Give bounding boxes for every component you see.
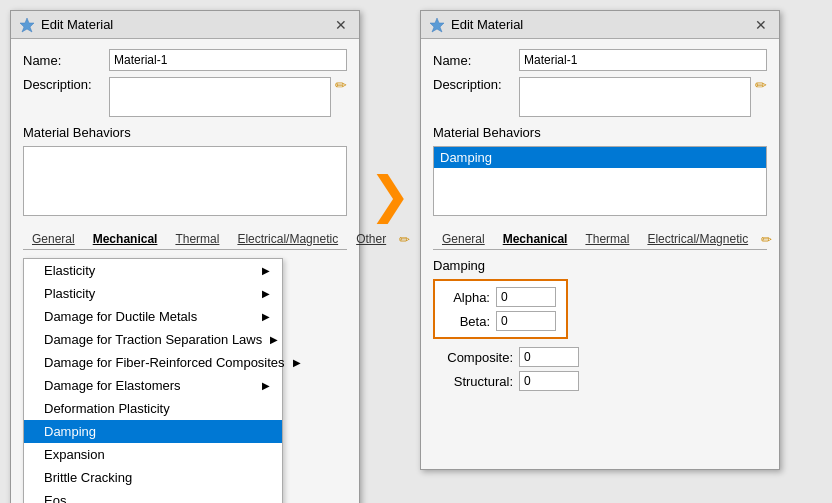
left-behaviors-label: Material Behaviors (23, 125, 347, 140)
menu-item-eos[interactable]: Eos (24, 489, 282, 503)
right-name-input[interactable] (519, 49, 767, 71)
dialog-icon (19, 17, 35, 33)
left-tab-mechanical[interactable]: Mechanical (84, 228, 167, 249)
arrow-icon-0: ▶ (262, 265, 270, 276)
right-dialog: Edit Material ✕ Name: Description: ✏ Mat… (420, 10, 780, 470)
right-behaviors-label: Material Behaviors (433, 125, 767, 140)
alpha-label: Alpha: (445, 290, 490, 305)
right-title-left: Edit Material (429, 17, 523, 33)
arrow-icon-1: ▶ (262, 288, 270, 299)
structural-input[interactable] (519, 371, 579, 391)
menu-item-deformation[interactable]: Deformation Plasticity (24, 397, 282, 420)
right-name-label: Name: (433, 53, 513, 68)
right-dialog-body: Name: Description: ✏ Material Behaviors … (421, 39, 779, 405)
menu-item-damage-traction[interactable]: Damage for Traction Separation Laws ▶ (24, 328, 282, 351)
beta-row: Beta: (445, 311, 556, 331)
right-dialog-title: Edit Material (451, 17, 523, 32)
right-tab-thermal[interactable]: Thermal (576, 228, 638, 249)
left-desc-label: Description: (23, 77, 103, 92)
left-dropdown-menu: Elasticity ▶ Plasticity ▶ Damage for Duc… (23, 258, 283, 503)
right-desc-row: Description: ✏ (433, 77, 767, 117)
menu-item-damping[interactable]: Damping (24, 420, 282, 443)
arrow-icon-4: ▶ (293, 357, 301, 368)
left-close-button[interactable]: ✕ (331, 18, 351, 32)
arrow-icon-3: ▶ (270, 334, 278, 345)
menu-item-expansion[interactable]: Expansion (24, 443, 282, 466)
right-desc-edit-icon[interactable]: ✏ (755, 77, 767, 93)
left-title-left: Edit Material (19, 17, 113, 33)
menu-item-elasticity[interactable]: Elasticity ▶ (24, 259, 282, 282)
transition-arrow: ❯ (360, 10, 420, 220)
beta-label: Beta: (445, 314, 490, 329)
svg-marker-0 (20, 18, 34, 32)
left-name-label: Name: (23, 53, 103, 68)
right-desc-input[interactable] (519, 77, 751, 117)
alpha-input[interactable] (496, 287, 556, 307)
menu-item-damage-ductile[interactable]: Damage for Ductile Metals ▶ (24, 305, 282, 328)
right-name-row: Name: (433, 49, 767, 71)
menu-item-plasticity[interactable]: Plasticity ▶ (24, 282, 282, 305)
behavior-damping-item[interactable]: Damping (434, 147, 766, 168)
left-behaviors-box (23, 146, 347, 216)
right-desc-label: Description: (433, 77, 513, 92)
alpha-row: Alpha: (445, 287, 556, 307)
left-name-input[interactable] (109, 49, 347, 71)
right-behaviors-box: Damping (433, 146, 767, 216)
composite-row: Composite: (433, 347, 767, 367)
left-dialog-titlebar: Edit Material ✕ (11, 11, 359, 39)
right-arrow-icon: ❯ (369, 170, 411, 220)
right-close-button[interactable]: ✕ (751, 18, 771, 32)
left-name-row: Name: (23, 49, 347, 71)
right-tab-electrical[interactable]: Electrical/Magnetic (638, 228, 757, 249)
left-dialog-body: Name: Description: ✏ Material Behaviors … (11, 39, 359, 503)
arrow-icon-2: ▶ (262, 311, 270, 322)
right-tab-mechanical[interactable]: Mechanical (494, 228, 577, 249)
right-dialog-icon (429, 17, 445, 33)
menu-item-brittle[interactable]: Brittle Cracking (24, 466, 282, 489)
left-tab-bar: General Mechanical Thermal Electrical/Ma… (23, 224, 347, 250)
damping-fields-box: Alpha: Beta: (433, 279, 568, 339)
left-tab-electrical[interactable]: Electrical/Magnetic (228, 228, 347, 249)
right-tab-edit-icon[interactable]: ✏ (757, 230, 776, 249)
menu-item-damage-elastomers[interactable]: Damage for Elastomers ▶ (24, 374, 282, 397)
right-dialog-titlebar: Edit Material ✕ (421, 11, 779, 39)
left-tab-edit-icon[interactable]: ✏ (395, 230, 414, 249)
damping-section: Damping Alpha: Beta: Composite: (433, 258, 767, 391)
menu-item-damage-fiber[interactable]: Damage for Fiber-Reinforced Composites ▶ (24, 351, 282, 374)
left-dialog-title: Edit Material (41, 17, 113, 32)
composite-label: Composite: (433, 350, 513, 365)
damping-section-title: Damping (433, 258, 767, 273)
composite-input[interactable] (519, 347, 579, 367)
structural-label: Structural: (433, 374, 513, 389)
arrow-icon-5: ▶ (262, 380, 270, 391)
right-tab-general[interactable]: General (433, 228, 494, 249)
left-dialog: Edit Material ✕ Name: Description: ✏ Mat… (10, 10, 360, 503)
left-tab-other[interactable]: Other (347, 228, 395, 249)
left-desc-row: Description: ✏ (23, 77, 347, 117)
structural-row: Structural: (433, 371, 767, 391)
left-tab-thermal[interactable]: Thermal (166, 228, 228, 249)
left-desc-edit-icon[interactable]: ✏ (335, 77, 347, 93)
svg-marker-1 (430, 18, 444, 32)
left-tab-general[interactable]: General (23, 228, 84, 249)
left-desc-input[interactable] (109, 77, 331, 117)
beta-input[interactable] (496, 311, 556, 331)
right-tab-bar: General Mechanical Thermal Electrical/Ma… (433, 224, 767, 250)
